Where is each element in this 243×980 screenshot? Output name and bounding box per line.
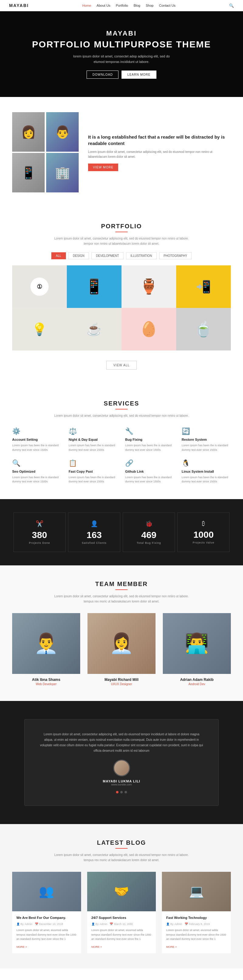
team-avatar-1: 👨‍💼 (12, 613, 80, 674)
satisfied-clients-icon: 👤 (73, 520, 115, 527)
stat-number-1: 380 (19, 530, 60, 540)
testimonial-box: Lorem ipsum dolor sit amet, consectetur … (24, 719, 219, 806)
about-images: 👩 👨 📱 🏢 (12, 112, 79, 192)
hero-buttons: DOWNLOAD LEARN MORE (32, 70, 211, 79)
service-night-day: ⚖️ Night & Day Equal Lorem ipsum has bee… (69, 427, 118, 452)
blog-section: LATEST BLOG Lorem ipsum dolor sit amet, … (0, 824, 243, 969)
stat-number-3: 469 (128, 530, 170, 540)
filter-photography[interactable]: PHOTOGRAPHY (159, 252, 192, 259)
testimonial-dots (40, 791, 203, 793)
team-divider (116, 589, 127, 590)
dot-3[interactable] (124, 791, 127, 793)
blog-more-2[interactable]: MORE > (91, 945, 102, 948)
bug-fixing-icon: 🔧 (125, 427, 174, 435)
service-bug-fixing: 🔧 Bug Fixing Lorem ipsum has been the is… (125, 427, 174, 452)
service-title-3: Bug Fixing (125, 438, 174, 441)
portfolio-divider (116, 232, 127, 232)
blog-post-title-1: We Are Best For Our Company. (16, 916, 77, 920)
portfolio-title: PORTFOLIO (12, 223, 231, 230)
seo-icon: 🔍 (12, 459, 61, 467)
team-avatar-2: 👩‍💼 (87, 613, 156, 674)
view-more-button[interactable]: VIEW MORE (88, 164, 118, 171)
nav-contact[interactable]: Contact Us (159, 4, 175, 7)
services-divider (116, 409, 127, 409)
services-title: SERVICES (12, 400, 231, 407)
team-member-3: 👨‍💻 Adrian Adam Rakib Android Dev (163, 613, 231, 686)
service-title-8: Linux System Install (182, 469, 231, 473)
download-button[interactable]: DOWNLOAD (87, 70, 119, 79)
nav-shop[interactable]: Shop (146, 4, 154, 7)
team-member-2: 👩‍💼 Mayabi Richard Mill UI/UX Designer (87, 613, 156, 686)
testimonial-avatar (113, 760, 130, 776)
blog-content-3: Fast Working Technology 👤 By Admin 📅 Feb… (162, 911, 231, 953)
portfolio-item-2[interactable]: 📱 (67, 266, 122, 308)
service-linux: 🐧 Linux System Install Lorem ipsum has b… (182, 459, 231, 484)
search-icon[interactable]: 🔍 (229, 3, 234, 8)
portfolio-item-4[interactable]: 📲 (176, 266, 231, 308)
team-title: TEAM MEMBER (12, 581, 231, 587)
blog-more-1[interactable]: MORE > (16, 945, 27, 948)
portfolio-item-8[interactable]: 🍵 (176, 308, 231, 350)
restore-icon: 🔄 (182, 427, 231, 435)
filter-illustration[interactable]: ILLUSTRATION (126, 252, 157, 259)
team-photo-wrapper-3: 👨‍💻 (163, 613, 231, 674)
about-image-2: 👨 (46, 112, 79, 152)
team-subtitle: Lorem ipsum dolor sit amet, consectetur … (49, 593, 194, 604)
about-image-3: 📱 (12, 153, 44, 192)
filter-design[interactable]: DESIGN (68, 252, 89, 259)
account-setting-icon: ⚙️ (12, 427, 61, 435)
nav-portfolio[interactable]: Portfolio (116, 4, 128, 7)
service-desc-5: Lorem ipsum has been the is standard dum… (12, 475, 61, 484)
stat-label-2: Satisfied Clients (73, 541, 115, 544)
blog-excerpt-3: Lorem ipsum dolor sit amet, eiusmod adda… (166, 928, 227, 941)
about-description: Lorem ipsum dolor sit amet, consectetur … (88, 150, 231, 159)
stat-projects-value: ₿ 1000 Projects Value (177, 512, 230, 552)
nav-home[interactable]: Home (82, 4, 91, 7)
service-desc-8: Lorem ipsum has been the is standard dum… (182, 475, 231, 484)
blog-post-3: 💻 Fast Working Technology 👤 By Admin 📅 F… (162, 872, 231, 953)
team-role-2: UI/UX Designer (87, 682, 156, 686)
blog-image-1: 👥 (12, 872, 81, 911)
service-desc-7: Lorem ipsum has been the is standard dum… (125, 475, 174, 484)
blog-post-2: 🤝 24/7 Support Services 👤 By Admin 📅 Mar… (87, 872, 156, 953)
stat-label-1: Projects Done (19, 541, 60, 544)
blog-content-1: We Are Best For Our Company. 👤 By Admin … (12, 911, 81, 953)
services-grid: ⚙️ Account Setting Lorem ipsum has been … (12, 427, 231, 484)
filter-all[interactable]: ALL (51, 252, 66, 259)
nav-blog[interactable]: Blog (133, 4, 140, 7)
dot-2[interactable] (120, 791, 123, 793)
team-avatar-3: 👨‍💻 (163, 613, 231, 674)
bug-fixing-stat-icon: 🐞 (128, 520, 170, 527)
dot-1[interactable] (116, 791, 119, 793)
service-account-setting: ⚙️ Account Setting Lorem ipsum has been … (12, 427, 61, 452)
team-name-3: Adrian Adam Rakib (163, 678, 231, 682)
nav-about[interactable]: About Us (97, 4, 110, 7)
view-all-button[interactable]: VIEW ALL (106, 361, 137, 370)
service-title-4: Restore System (182, 438, 231, 441)
hero-section: MAYABI PORTFOLIO MULTIPURPOSE THEME lore… (0, 11, 243, 97)
filter-development[interactable]: DEVELOPMENT (91, 252, 124, 259)
service-title-6: Fast Copy Past (69, 469, 118, 473)
blog-excerpt-1: Lorem ipsum dolor sit amet, eiusmod adda… (16, 928, 77, 941)
about-image-4: 🏢 (46, 153, 79, 192)
stat-satisfied-clients: 👤 163 Satisfied Clients (68, 512, 120, 552)
portfolio-item-6[interactable]: ☕ (67, 308, 122, 350)
portfolio-item-1[interactable]: ① (12, 266, 67, 308)
blog-more-3[interactable]: MORE > (166, 945, 177, 948)
github-icon: 🔗 (125, 459, 174, 467)
service-copy-past: 📋 Fast Copy Past Lorem ipsum has been th… (69, 459, 118, 484)
service-desc-6: Lorem ipsum has been the is standard dum… (69, 475, 118, 484)
nav-logo: MAYABI (9, 3, 29, 8)
service-title-7: Github Link (125, 469, 174, 473)
services-section: SERVICES Lorem ipsum dolor sit amet, con… (0, 385, 243, 499)
stat-bug-fixing: 🐞 469 Total Bug Fixing (123, 512, 175, 552)
portfolio-item-7[interactable]: 🥚 (122, 308, 176, 350)
portfolio-item-5[interactable]: 💡 (12, 308, 67, 350)
learn-more-button[interactable]: LEARN MORE (122, 70, 156, 79)
service-desc-4: Lorem ipsum has been the is standard dum… (182, 443, 231, 452)
portfolio-grid-bottom: 💡 ☕ 🥚 🍵 (12, 308, 231, 350)
service-github: 🔗 Github Link Lorem ipsum has been the i… (125, 459, 174, 484)
blog-post-title-3: Fast Working Technology (166, 916, 227, 920)
blog-post-title-2: 24/7 Support Services (91, 916, 152, 920)
portfolio-item-3[interactable]: 🏺 (122, 266, 176, 308)
